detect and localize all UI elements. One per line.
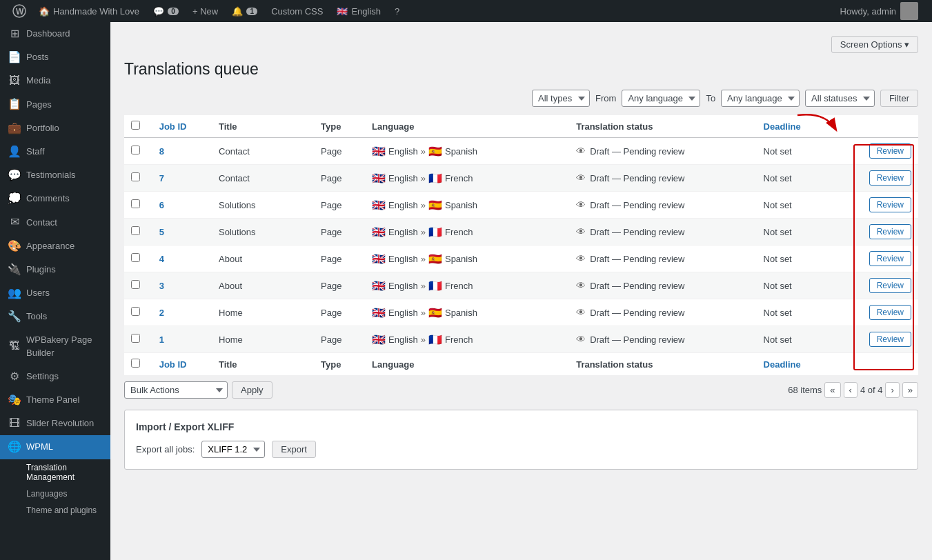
status-cell: 👁 Draft — Pending review	[569, 219, 756, 246]
to-language-filter[interactable]: Any language	[721, 90, 800, 107]
export-row: Export all jobs: XLIFF 1.2 Export	[136, 441, 906, 458]
sidebar-item-tools[interactable]: 🔧 Tools	[0, 305, 110, 328]
review-button[interactable]: Review	[869, 224, 911, 239]
row-checkbox[interactable]	[131, 334, 140, 343]
row-checkbox[interactable]	[131, 307, 140, 316]
type-cell: Page	[314, 138, 365, 165]
review-button[interactable]: Review	[869, 197, 911, 212]
job-id-cell[interactable]: 7	[159, 173, 164, 183]
arrow-icon: »	[421, 173, 426, 183]
sidebar-item-sliderrev[interactable]: 🎞 Slider Revolution	[0, 412, 110, 435]
language-cell: 🇬🇧 English » 🇪🇸 Spanish	[365, 246, 569, 272]
sidebar-item-dashboard[interactable]: ⊞ Dashboard	[0, 22, 110, 46]
job-id-cell[interactable]: 6	[159, 200, 164, 210]
action-cell: Review	[842, 138, 918, 165]
wp-logo[interactable]: W	[7, 0, 32, 22]
themepanel-icon: 🎭	[8, 394, 21, 406]
help-link[interactable]: ?	[388, 0, 406, 22]
row-checkbox[interactable]	[131, 253, 140, 262]
review-button[interactable]: Review	[869, 278, 911, 293]
last-page-button[interactable]: »	[902, 382, 918, 398]
sidebar-item-staff[interactable]: 👤 Staff	[0, 140, 110, 163]
from-language-filter[interactable]: Any language	[622, 90, 700, 107]
sidebar-item-posts[interactable]: 📄 Posts	[0, 46, 110, 69]
table-row: 4 About Page 🇬🇧 English » 🇪🇸 Spanish 👁 D…	[124, 246, 918, 272]
settings-icon: ⚙	[8, 370, 21, 383]
source-flag: 🇬🇧	[372, 279, 386, 292]
sidebar-item-wpbakery[interactable]: 🏗 WPBakery Page Builder	[0, 328, 110, 364]
job-id-cell[interactable]: 4	[159, 254, 164, 264]
select-all-footer-checkbox[interactable]	[131, 359, 140, 368]
review-button[interactable]: Review	[869, 143, 911, 159]
prev-page-button[interactable]: ‹	[844, 382, 857, 398]
bulk-actions-select[interactable]: Bulk Actions	[124, 381, 228, 399]
review-button[interactable]: Review	[869, 170, 911, 186]
sidebar-item-appearance[interactable]: 🎨 Appearance	[0, 234, 110, 258]
notifications[interactable]: 🔔 1	[225, 0, 264, 22]
table-row: 3 About Page 🇬🇧 English » 🇫🇷 French 👁 Dr…	[124, 272, 918, 299]
status-cell: 👁 Draft — Pending review	[569, 246, 756, 272]
export-format-select[interactable]: XLIFF 1.2	[201, 441, 265, 458]
submenu-item-theme-plugins[interactable]: Theme and plugins	[0, 502, 110, 519]
filter-button[interactable]: Filter	[880, 90, 918, 107]
submenu-item-languages[interactable]: Languages	[0, 486, 110, 502]
deadline-cell: Not set	[757, 299, 842, 326]
apply-button[interactable]: Apply	[232, 381, 272, 399]
row-checkbox[interactable]	[131, 280, 140, 289]
import-export-section: Import / Export XLIFF Export all jobs: X…	[124, 410, 918, 470]
submenu-item-translation-management[interactable]: Translation Management	[0, 459, 110, 486]
target-lang: Spanish	[445, 146, 477, 157]
comments-link[interactable]: 💬 0	[146, 0, 186, 22]
type-filter[interactable]: All types	[532, 90, 590, 107]
status-col-header: Translation status	[569, 115, 756, 138]
sidebar-item-media[interactable]: 🖼 Media	[0, 69, 110, 92]
sidebar-item-portfolio[interactable]: 💼 Portfolio	[0, 117, 110, 140]
target-flag: 🇪🇸	[428, 306, 442, 319]
sidebar-item-themepanel[interactable]: 🎭 Theme Panel	[0, 388, 110, 412]
appearance-icon: 🎨	[8, 240, 21, 252]
wpml-icon: 🌐	[8, 441, 21, 453]
jobid-col-header[interactable]: Job ID	[159, 121, 187, 132]
user-info[interactable]: Howdy, admin	[833, 2, 925, 20]
select-all-checkbox[interactable]	[131, 121, 140, 130]
row-checkbox[interactable]	[131, 226, 140, 235]
arrow-icon: »	[421, 146, 426, 157]
target-flag: 🇪🇸	[428, 199, 442, 212]
plugins-icon: 🔌	[8, 263, 21, 276]
row-checkbox[interactable]	[131, 146, 140, 154]
eye-icon: 👁	[576, 280, 586, 291]
job-id-cell[interactable]: 8	[159, 146, 164, 157]
deadline-col-header[interactable]: Deadline	[764, 121, 801, 132]
review-button[interactable]: Review	[869, 251, 911, 266]
sidebar-item-users[interactable]: 👥 Users	[0, 281, 110, 305]
job-id-cell[interactable]: 5	[159, 227, 164, 237]
sidebar-item-settings[interactable]: ⚙ Settings	[0, 365, 110, 388]
table-row: 1 Home Page 🇬🇧 English » 🇫🇷 French 👁 Dra…	[124, 326, 918, 353]
status-filter[interactable]: All statuses	[805, 90, 875, 107]
review-button[interactable]: Review	[869, 305, 911, 320]
job-id-cell[interactable]: 1	[159, 334, 164, 345]
new-content[interactable]: + New	[186, 0, 225, 22]
jobid-footer-header[interactable]: Job ID	[159, 359, 187, 370]
row-checkbox[interactable]	[131, 199, 140, 208]
sidebar-item-contact[interactable]: ✉ Contact	[0, 211, 110, 234]
site-name[interactable]: 🏠 Handmade With Love	[32, 0, 146, 22]
sidebar-item-wpml[interactable]: 🌐 WPML	[0, 435, 110, 459]
next-page-button[interactable]: ›	[885, 382, 899, 398]
job-id-cell[interactable]: 3	[159, 281, 164, 291]
export-button[interactable]: Export	[272, 441, 316, 458]
custom-css[interactable]: Custom CSS	[264, 0, 330, 22]
language-switcher[interactable]: 🇬🇧 English	[330, 0, 388, 22]
first-page-button[interactable]: «	[824, 382, 840, 398]
sidebar-item-testimonials[interactable]: 💬 Testimonials	[0, 163, 110, 187]
screen-options-button[interactable]: Screen Options ▾	[831, 36, 918, 53]
job-id-cell[interactable]: 2	[159, 308, 164, 318]
review-button[interactable]: Review	[869, 332, 911, 347]
sidebar-item-comments[interactable]: 💭 Comments	[0, 187, 110, 210]
home-icon: 🏠	[39, 6, 50, 17]
source-lang: English	[388, 254, 418, 264]
sidebar-item-pages[interactable]: 📋 Pages	[0, 93, 110, 117]
row-checkbox[interactable]	[131, 172, 140, 181]
sidebar-item-plugins[interactable]: 🔌 Plugins	[0, 258, 110, 281]
status-text: Draft — Pending review	[590, 308, 684, 318]
